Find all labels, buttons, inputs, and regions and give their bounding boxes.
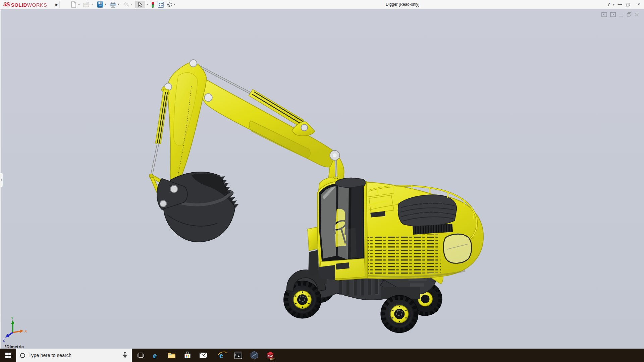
minimize-button[interactable]: —: [616, 2, 623, 7]
triad-y-label: Y: [11, 316, 14, 320]
open-button[interactable]: [83, 1, 91, 8]
new-dropdown-caret[interactable]: ▼: [78, 3, 80, 6]
desktop: 3S SOLIDWORKS ▶ ▼ ▼ ▼ ▼ ▼ ▼: [0, 0, 644, 362]
mail-icon[interactable]: [196, 349, 211, 362]
new-document-button[interactable]: [69, 1, 77, 8]
solidworks-logo: 3S SOLIDWORKS: [3, 1, 47, 8]
undo-button[interactable]: [122, 1, 130, 8]
internet-explorer-icon[interactable]: e: [215, 349, 230, 362]
help-button[interactable]: ?: [605, 2, 612, 7]
close-button[interactable]: ✕: [635, 2, 642, 7]
cortana-icon: [20, 353, 25, 358]
cab: [308, 178, 368, 280]
brand-light-text: WORKS: [27, 2, 47, 8]
brand-bold-text: SOLID: [11, 2, 27, 8]
file-properties-button[interactable]: [157, 1, 165, 8]
edrawings-icon[interactable]: [247, 349, 262, 362]
microphone-icon[interactable]: [123, 352, 127, 359]
save-button[interactable]: [96, 1, 104, 8]
menu-flyout-arrow[interactable]: ▶: [54, 1, 60, 8]
save-dropdown-caret[interactable]: ▼: [104, 3, 107, 6]
rebuild-button[interactable]: [149, 1, 157, 8]
search-placeholder: Type here to search: [29, 353, 71, 358]
triad-x-label: X: [24, 329, 27, 333]
windows-taskbar: Type here to search e e C:\: [0, 349, 644, 362]
svg-text:2017: 2017: [270, 358, 275, 360]
start-button[interactable]: [0, 349, 16, 362]
options-button[interactable]: [165, 1, 173, 8]
orientation-triad: Y X Z: [0, 316, 30, 346]
task-view-button[interactable]: [133, 349, 148, 362]
rear-oval-window: [443, 234, 472, 263]
excavator-model[interactable]: [0, 9, 644, 349]
store-icon[interactable]: [180, 349, 195, 362]
undo-dropdown-caret[interactable]: ▼: [130, 3, 133, 6]
restore-button[interactable]: [626, 2, 633, 7]
boom-arm: [201, 80, 335, 167]
print-dropdown-caret[interactable]: ▼: [117, 3, 120, 6]
svg-text:C:\: C:\: [235, 354, 239, 357]
print-button[interactable]: [109, 1, 117, 8]
search-input[interactable]: Type here to search: [16, 349, 132, 362]
brand-mark: 3S: [3, 1, 10, 8]
open-dropdown-caret[interactable]: ▼: [91, 3, 94, 6]
file-explorer-icon[interactable]: [164, 349, 179, 362]
edge-icon[interactable]: e: [149, 349, 164, 362]
solidworks-2017-icon[interactable]: SW2017: [263, 349, 278, 362]
rear-wheel: [381, 287, 420, 333]
options-dropdown-caret[interactable]: ▼: [173, 3, 176, 6]
bucket: [157, 172, 238, 242]
select-tool-button[interactable]: [136, 1, 145, 8]
svg-text:e: e: [153, 351, 157, 360]
solidworks-titlebar: 3S SOLIDWORKS ▶ ▼ ▼ ▼ ▼ ▼ ▼: [0, 0, 644, 9]
document-title: Digger [Read-only]: [369, 2, 436, 7]
side-vents: [365, 234, 441, 276]
triad-z-label: Z: [3, 339, 5, 342]
help-dropdown-caret[interactable]: ▼: [612, 3, 615, 7]
windows-logo-icon: [5, 353, 11, 358]
command-prompt-icon[interactable]: C:\: [231, 349, 246, 362]
graphics-area[interactable]: Y X Z *Dimetric: [0, 9, 644, 349]
svg-text:SW: SW: [268, 354, 273, 358]
